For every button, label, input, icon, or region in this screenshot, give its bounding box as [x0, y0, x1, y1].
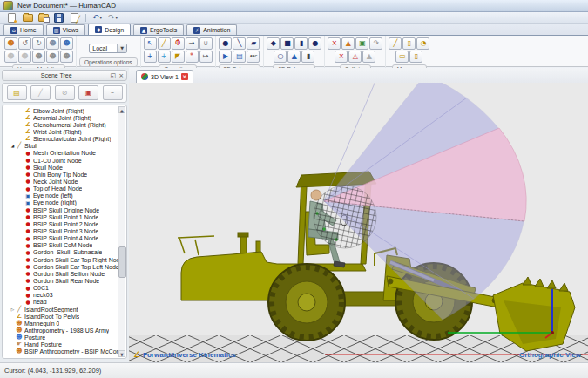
attach-link-icon[interactable]: ∪ [199, 37, 213, 50]
tree-item[interactable]: Gordon Skull Rear Node [4, 277, 118, 284]
tree-item[interactable]: C0C1 [4, 285, 118, 292]
import-mail-button[interactable] [37, 13, 50, 23]
measure-length-icon[interactable]: ▭ [395, 51, 409, 63]
collision-warning-icon[interactable]: ▲ [341, 37, 355, 50]
measure-angle-icon[interactable]: ◔ [416, 37, 429, 50]
tree-scrollbar[interactable]: ▲ ▼ [118, 106, 125, 357]
tree-item[interactable]: BSIP Skull Point 2 Node [4, 220, 118, 227]
tab-ergotools[interactable]: ▲ ErgoTools [133, 24, 184, 35]
projection-mode-label[interactable]: Orthographic View [519, 351, 581, 359]
tree-item[interactable]: neck03 [4, 292, 118, 299]
rotate-mannequin-left-icon[interactable]: ↺ [18, 37, 31, 50]
add-image-button[interactable]: ▣ [78, 85, 98, 100]
collision-detect-icon[interactable]: × [328, 37, 341, 50]
tree-item[interactable]: Elbow Joint (Right) [4, 107, 118, 114]
edit-node-icon[interactable]: ╱ [158, 37, 171, 50]
tree-item[interactable]: BSIP Skull Point 4 Node [4, 235, 118, 242]
add-point-icon[interactable]: + [158, 51, 171, 63]
line-2d-icon[interactable]: ╲ [233, 37, 246, 50]
collision-zones-icon[interactable]: ▣ [355, 37, 368, 50]
operations-scope-dropdown[interactable]: Local ▼ [89, 44, 127, 53]
torus-3d-icon[interactable]: ○ [274, 51, 287, 63]
rotate-mannequin-right-icon[interactable]: ↻ [32, 37, 45, 50]
redo-button[interactable]: ↷▾ [106, 13, 119, 23]
float-panel-button[interactable]: ◱ [111, 72, 117, 79]
tree-item[interactable]: C1-C0 Joint Node [4, 157, 118, 164]
select-pointer-icon[interactable]: ↖ [144, 37, 157, 50]
scroll-down-icon[interactable]: ▼ [118, 350, 125, 357]
tree-item[interactable]: IslandRoot To Pelvis [4, 313, 118, 320]
collapse-tree-button[interactable]: – [103, 85, 123, 100]
tree-item[interactable]: BSIP Anthropometry - BSIP McCon... [4, 348, 118, 355]
cylinder-3d-icon[interactable]: ▮ [294, 37, 308, 50]
tree-item[interactable]: BSIP Skull Point 1 Node [4, 213, 118, 220]
tree-item[interactable]: BSIP Skull Origine Node [4, 206, 118, 213]
move-origin-icon[interactable]: + [144, 51, 157, 63]
extrude-2d-icon[interactable]: ▶ [219, 51, 232, 63]
posture-editor-icon[interactable]: ☻ [60, 51, 73, 63]
circle-2d-icon[interactable]: ● [219, 37, 232, 50]
align-icon[interactable]: ↦ [199, 51, 213, 63]
tree-item[interactable]: Wrist Joint (Right) [4, 128, 118, 135]
measure-height-icon[interactable]: ▯ [402, 37, 416, 50]
tree-item[interactable]: Acromial Joint (Right) [4, 114, 118, 121]
mannequin-side-view-icon[interactable]: ☻ [18, 51, 31, 63]
close-panel-button[interactable]: × [118, 72, 124, 79]
mannequin-front-view-icon[interactable]: ☻ [4, 51, 17, 63]
somatotype-icon[interactable]: ☻ [32, 51, 45, 63]
cone-3d-icon[interactable]: ▲ [287, 51, 301, 63]
tab-home[interactable]: ⌂ Home [3, 24, 44, 35]
tree-item[interactable]: Eye node (right) [4, 199, 118, 206]
tab-views[interactable]: ▥ Views [46, 24, 86, 35]
kinematics-mode-label[interactable]: ∠ Forward/Inverse Kinematics [133, 350, 236, 359]
measure-caliper-icon[interactable]: ▯ [409, 51, 422, 63]
tree-item[interactable]: BSIP Skull Point 3 Node [4, 227, 118, 234]
target-icon[interactable]: * [186, 51, 199, 63]
tree-item[interactable]: Gordon Skull Ear Top Right Node [4, 256, 118, 263]
rotate-joint-icon[interactable]: Φ [172, 37, 185, 50]
edit-node-button[interactable]: ╱ [30, 85, 51, 100]
tree-item[interactable]: BSIP Skull CoM Node [4, 242, 118, 249]
collision-off-icon[interactable]: ▲ [362, 51, 375, 63]
view-tab-3d-view-1[interactable]: 3D View 1 × [136, 70, 193, 83]
tree-item[interactable]: Chin Bony Tip Node [4, 171, 118, 178]
viewport-canvas[interactable]: ∠ Forward/Inverse Kinematics Orthographi… [129, 83, 588, 362]
delete-node-button[interactable]: ⊘ [55, 85, 75, 100]
translate-icon[interactable]: → [186, 37, 199, 50]
scrollbar-thumb[interactable] [118, 246, 126, 278]
dimension-2d-icon[interactable]: ▤ [233, 51, 246, 63]
collision-outline-icon[interactable]: △ [348, 51, 362, 63]
measure-pencil-icon[interactable]: ╱ [389, 37, 402, 50]
polygon-2d-icon[interactable]: ▰ [247, 37, 260, 50]
anthropometry-tool-icon[interactable]: ☻ [46, 51, 59, 63]
add-node-button[interactable]: ▤ [7, 85, 27, 100]
tree-item[interactable]: Gordon Skull Sellion Node [4, 270, 118, 277]
box-3d-icon[interactable]: ■ [280, 37, 294, 50]
tree-item[interactable]: Gordon Skull Ear Top Left Node [4, 263, 118, 270]
tree-item[interactable]: Gordon_Skull_Subnasale [4, 249, 118, 256]
tree-item[interactable]: ◢ Skull [4, 143, 118, 150]
tree-item[interactable]: Top of Head Node [4, 186, 118, 192]
tree-item[interactable]: ▷ IslandRootSegment [4, 306, 118, 313]
open-button[interactable] [21, 13, 34, 23]
collision-history-icon[interactable]: ↷ [369, 37, 382, 50]
tab-design[interactable]: ◆ Design [88, 24, 131, 35]
tree-item[interactable]: Eye node (left) [4, 192, 118, 199]
tree-item[interactable]: Skull Node [4, 164, 118, 171]
tree-item[interactable]: Mesh Orientation Node [4, 150, 118, 157]
undo-button[interactable]: ↶▾ [91, 13, 104, 23]
close-view-button[interactable]: × [181, 73, 188, 80]
tree-item[interactable]: Glenohumeral Joint (Right) [4, 121, 118, 128]
tab-animation[interactable]: ⚡ Animation [186, 24, 237, 35]
text-label-icon[interactable]: ABC [247, 51, 260, 63]
sphere-3d-icon[interactable]: ● [308, 37, 321, 50]
block-3d-icon[interactable]: ▮ [301, 51, 314, 63]
new-document-button[interactable] [5, 13, 18, 23]
tree-item[interactable]: Sternoclavicular Joint (Right) [4, 136, 118, 143]
tree-item[interactable]: head [4, 299, 118, 306]
copy-mannequin-icon[interactable]: ☻ [46, 37, 59, 50]
frustum-3d-icon[interactable]: ◆ [267, 37, 280, 50]
create-mannequin-icon[interactable]: ☻ [4, 37, 17, 50]
save-button[interactable] [52, 13, 65, 23]
transform-icon[interactable]: ◤ [172, 51, 185, 63]
